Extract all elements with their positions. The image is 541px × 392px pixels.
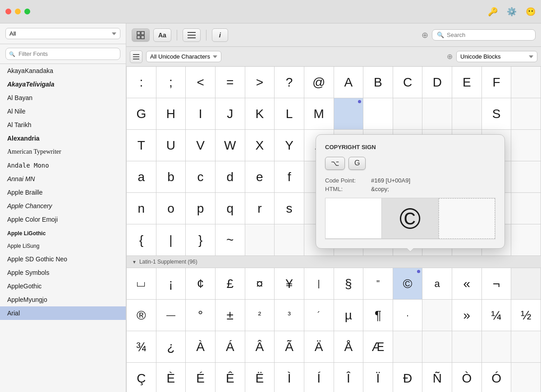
char-cell-B[interactable]: B bbox=[363, 67, 393, 98]
char-cell-tilde[interactable]: ~ bbox=[215, 224, 245, 256]
char-cell-s[interactable]: s bbox=[275, 193, 304, 224]
copyright-popup[interactable]: COPYRIGHT SIGN ⌥ G Code Point: #169 [U+0… bbox=[316, 134, 505, 249]
list-view-btn[interactable] bbox=[130, 50, 142, 63]
char-cell-frac34[interactable]: ¾ bbox=[127, 331, 156, 363]
char-cell-Eacute[interactable]: É bbox=[186, 363, 215, 392]
char-cell-C[interactable]: C bbox=[393, 67, 423, 98]
char-cell-gt[interactable]: > bbox=[245, 67, 275, 98]
char-cell-pilcrow[interactable]: ¶ bbox=[363, 300, 393, 331]
char-cell-M[interactable]: M bbox=[304, 98, 334, 130]
char-cell-Icirc[interactable]: Î bbox=[334, 363, 364, 392]
char-cell-cent[interactable]: ¢ bbox=[186, 268, 215, 300]
char-cell-diaer[interactable]: " bbox=[363, 268, 393, 300]
char-cell-q[interactable]: q bbox=[215, 193, 245, 224]
link-icon[interactable]: ⊕ bbox=[422, 30, 428, 40]
char-cell-reg[interactable]: ® bbox=[127, 300, 156, 331]
char-cell-excl[interactable]: ¡ bbox=[156, 268, 186, 300]
font-item-appleligothic[interactable]: Apple LiGothic bbox=[0, 226, 126, 240]
minimize-button[interactable] bbox=[15, 9, 21, 14]
info-button[interactable]: i bbox=[212, 28, 228, 42]
char-cell-lt[interactable]: < bbox=[186, 67, 215, 98]
char-cell-raquo[interactable]: » bbox=[452, 300, 482, 331]
char-cell-lbrace[interactable]: { bbox=[127, 224, 156, 256]
font-item-alnile[interactable]: Al Nile bbox=[0, 105, 126, 118]
char-cell-N[interactable] bbox=[363, 98, 393, 130]
char-cell-D[interactable]: D bbox=[422, 67, 452, 98]
font-item-applechancery[interactable]: Apple Chancery bbox=[0, 199, 126, 213]
grid-view-button[interactable] bbox=[132, 28, 150, 42]
char-cell-iquest[interactable]: ¿ bbox=[156, 331, 186, 363]
font-item-arial[interactable]: Arial bbox=[0, 306, 126, 320]
search-input[interactable] bbox=[447, 32, 531, 38]
char-cell-Aring[interactable]: Å bbox=[334, 331, 364, 363]
font-item-akayakanadaka[interactable]: AkayaKanadaka bbox=[0, 64, 126, 77]
char-cell-L[interactable]: L bbox=[275, 98, 304, 130]
char-cell-pm[interactable]: ± bbox=[215, 300, 245, 331]
char-cell-pipe[interactable]: | bbox=[156, 224, 186, 256]
char-cell-currency[interactable]: ¤ bbox=[245, 268, 275, 300]
char-cell-AElig[interactable]: Æ bbox=[363, 331, 393, 363]
char-cell-semicolon[interactable]: ; bbox=[156, 67, 186, 98]
char-cell-d[interactable]: d bbox=[215, 161, 245, 193]
char-cell-Ograve[interactable]: Ò bbox=[452, 363, 482, 392]
char-cell-Auml[interactable]: Ä bbox=[304, 331, 334, 363]
font-item-applebraille[interactable]: Apple Braille bbox=[0, 186, 126, 199]
char-cell-section[interactable]: § bbox=[334, 268, 364, 300]
char-cell-Y[interactable]: Y bbox=[275, 130, 304, 161]
section-toggle-latin1[interactable]: ▼ bbox=[132, 260, 137, 264]
char-cell-frac14[interactable]: ¼ bbox=[482, 300, 512, 331]
char-cell-f[interactable]: f bbox=[275, 161, 304, 193]
char-grid-container[interactable]: : ; < = > ? @ A B C D E F G H I J K L bbox=[126, 67, 541, 392]
unicode-filter-select[interactable]: All Unicode Characters Unicode Basic Lat… bbox=[146, 51, 221, 62]
font-item-applegothic[interactable]: AppleGothic bbox=[0, 279, 126, 293]
char-cell-F[interactable]: F bbox=[482, 67, 512, 98]
char-cell-Agrave[interactable]: À bbox=[186, 331, 215, 363]
char-cell-V[interactable]: V bbox=[186, 130, 215, 161]
char-cell-a-ord[interactable]: a bbox=[422, 268, 452, 300]
char-cell-Ecirc[interactable]: Ê bbox=[215, 363, 245, 392]
char-cell-W[interactable]: W bbox=[215, 130, 245, 161]
char-cell-copy[interactable]: © bbox=[393, 268, 423, 300]
font-item-akayatelivigala[interactable]: AkayaTelivigala bbox=[0, 77, 126, 91]
char-cell-acute[interactable]: ´ bbox=[304, 300, 334, 331]
char-cell-sup3[interactable]: ³ bbox=[275, 300, 304, 331]
lines-view-button[interactable] bbox=[183, 28, 201, 42]
filter-select[interactable]: All Fixed Width Variable Width bbox=[5, 28, 120, 39]
char-cell-question[interactable]: ? bbox=[275, 67, 304, 98]
gear-icon[interactable]: ⚙️ bbox=[507, 7, 517, 17]
char-cell-I[interactable]: I bbox=[186, 98, 215, 130]
char-cell-Ntilde[interactable]: Ñ bbox=[422, 363, 452, 392]
maximize-button[interactable] bbox=[24, 9, 30, 14]
char-cell-laquo[interactable]: « bbox=[452, 268, 482, 300]
font-item-applecoloremoji[interactable]: Apple Color Emoji bbox=[0, 213, 126, 226]
char-cell-a[interactable]: a bbox=[127, 161, 156, 193]
char-cell-J[interactable]: J bbox=[215, 98, 245, 130]
char-cell-broken[interactable]: | bbox=[304, 268, 334, 300]
face-icon[interactable]: 😶 bbox=[526, 7, 536, 17]
font-item-albayan[interactable]: Al Bayan bbox=[0, 91, 126, 105]
char-cell-Aacute[interactable]: Á bbox=[215, 331, 245, 363]
font-item-andalemono[interactable]: Andale Mono bbox=[0, 159, 126, 172]
char-cell-at[interactable]: @ bbox=[304, 67, 334, 98]
blocks-select[interactable]: Unicode Blocks Latin Extended bbox=[456, 51, 537, 62]
font-item-applemyungjo[interactable]: AppleMyungjo bbox=[0, 293, 126, 306]
link-icon2[interactable]: ⊕ bbox=[447, 52, 453, 61]
char-cell-X[interactable]: X bbox=[245, 130, 275, 161]
char-cell-dot[interactable]: · bbox=[393, 300, 423, 331]
char-cell-U[interactable]: U bbox=[156, 130, 186, 161]
char-cell-Iacute[interactable]: Í bbox=[304, 363, 334, 392]
char-cell-not[interactable]: ¬ bbox=[482, 268, 512, 300]
char-cell-Egrave[interactable]: È bbox=[156, 363, 186, 392]
char-cell-frac12[interactable]: ½ bbox=[511, 300, 541, 331]
char-cell-e[interactable]: e bbox=[245, 161, 275, 193]
font-item-applesymbols[interactable]: Apple Symbols bbox=[0, 266, 126, 279]
font-item-applelisung[interactable]: Apple LiSung bbox=[0, 240, 126, 252]
char-cell-Euml[interactable]: Ë bbox=[245, 363, 275, 392]
close-button[interactable] bbox=[5, 9, 11, 14]
char-cell-H[interactable]: H bbox=[156, 98, 186, 130]
char-cell-n[interactable]: n bbox=[127, 193, 156, 224]
char-cell-Igrave[interactable]: Ì bbox=[275, 363, 304, 392]
char-cell-Atilde[interactable]: Ã bbox=[275, 331, 304, 363]
char-cell-S[interactable]: S bbox=[482, 98, 512, 130]
char-cell-K[interactable]: K bbox=[245, 98, 275, 130]
